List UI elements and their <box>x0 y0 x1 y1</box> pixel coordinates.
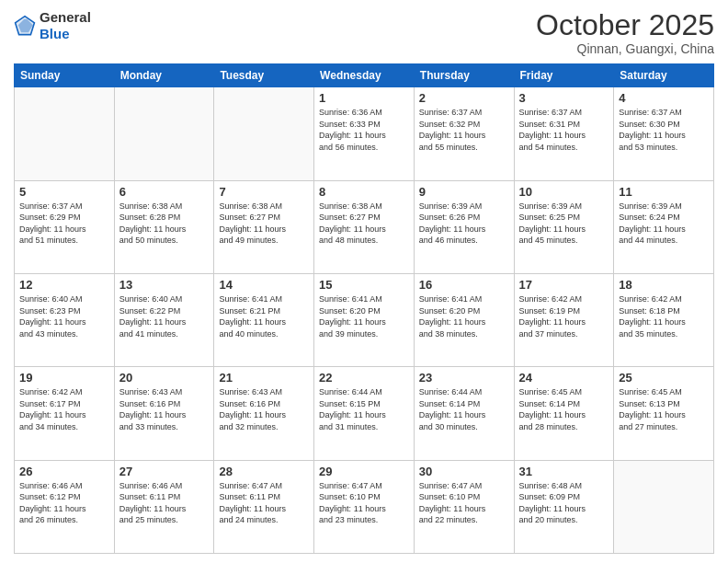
calendar-week-row: 1Sunrise: 6:36 AM Sunset: 6:33 PM Daylig… <box>15 87 714 180</box>
calendar-cell: 22Sunrise: 6:44 AM Sunset: 6:15 PM Dayli… <box>314 367 415 460</box>
calendar-cell <box>614 460 714 553</box>
weekday-header: Saturday <box>614 64 714 87</box>
calendar-cell: 19Sunrise: 6:42 AM Sunset: 6:17 PM Dayli… <box>15 367 115 460</box>
calendar-cell: 31Sunrise: 6:48 AM Sunset: 6:09 PM Dayli… <box>514 460 614 553</box>
calendar-cell: 3Sunrise: 6:37 AM Sunset: 6:31 PM Daylig… <box>514 87 614 180</box>
day-number: 27 <box>119 465 210 478</box>
day-number: 12 <box>19 278 109 292</box>
day-info: Sunrise: 6:44 AM Sunset: 6:14 PM Dayligh… <box>419 386 509 432</box>
day-info: Sunrise: 6:42 AM Sunset: 6:17 PM Dayligh… <box>19 386 109 432</box>
calendar-cell <box>114 87 214 180</box>
calendar-cell: 6Sunrise: 6:38 AM Sunset: 6:28 PM Daylig… <box>114 180 214 273</box>
page-subtitle: Qinnan, Guangxi, China <box>536 41 714 56</box>
calendar-cell: 5Sunrise: 6:37 AM Sunset: 6:29 PM Daylig… <box>15 180 115 273</box>
calendar-cell: 8Sunrise: 6:38 AM Sunset: 6:27 PM Daylig… <box>314 180 415 273</box>
calendar-cell: 7Sunrise: 6:38 AM Sunset: 6:27 PM Daylig… <box>214 180 314 273</box>
day-number: 4 <box>619 91 709 105</box>
weekday-header: Thursday <box>414 64 514 87</box>
day-number: 28 <box>219 465 309 478</box>
calendar-cell: 28Sunrise: 6:47 AM Sunset: 6:11 PM Dayli… <box>214 460 314 553</box>
calendar-cell: 30Sunrise: 6:47 AM Sunset: 6:10 PM Dayli… <box>414 460 514 553</box>
day-info: Sunrise: 6:38 AM Sunset: 6:27 PM Dayligh… <box>219 201 309 247</box>
day-info: Sunrise: 6:46 AM Sunset: 6:11 PM Dayligh… <box>119 480 210 526</box>
calendar-table: SundayMondayTuesdayWednesdayThursdayFrid… <box>14 63 714 554</box>
day-number: 3 <box>519 91 609 105</box>
calendar-week-row: 12Sunrise: 6:40 AM Sunset: 6:23 PM Dayli… <box>15 273 714 366</box>
day-number: 24 <box>519 371 609 385</box>
calendar-cell: 24Sunrise: 6:45 AM Sunset: 6:14 PM Dayli… <box>514 367 614 460</box>
day-number: 5 <box>19 185 109 199</box>
title-block: October 2025 Qinnan, Guangxi, China <box>536 9 714 56</box>
calendar-cell: 11Sunrise: 6:39 AM Sunset: 6:24 PM Dayli… <box>614 180 714 273</box>
calendar-cell: 17Sunrise: 6:42 AM Sunset: 6:19 PM Dayli… <box>514 273 614 366</box>
day-number: 15 <box>319 278 409 292</box>
calendar-cell: 16Sunrise: 6:41 AM Sunset: 6:20 PM Dayli… <box>414 273 514 366</box>
day-number: 19 <box>19 371 109 385</box>
day-number: 10 <box>519 185 609 199</box>
logo-icon <box>14 15 36 37</box>
day-info: Sunrise: 6:48 AM Sunset: 6:09 PM Dayligh… <box>519 480 609 526</box>
day-info: Sunrise: 6:46 AM Sunset: 6:12 PM Dayligh… <box>19 480 109 526</box>
calendar-week-row: 19Sunrise: 6:42 AM Sunset: 6:17 PM Dayli… <box>15 367 714 460</box>
calendar-cell: 18Sunrise: 6:42 AM Sunset: 6:18 PM Dayli… <box>614 273 714 366</box>
day-number: 9 <box>419 185 509 199</box>
weekday-header: Wednesday <box>314 64 415 87</box>
day-info: Sunrise: 6:39 AM Sunset: 6:26 PM Dayligh… <box>419 201 509 247</box>
day-info: Sunrise: 6:38 AM Sunset: 6:27 PM Dayligh… <box>319 201 409 247</box>
day-number: 18 <box>619 278 709 292</box>
day-number: 7 <box>219 185 309 199</box>
day-number: 30 <box>419 465 509 478</box>
weekday-header: Monday <box>114 64 214 87</box>
header: General Blue October 2025 Qinnan, Guangx… <box>14 9 714 56</box>
day-info: Sunrise: 6:45 AM Sunset: 6:14 PM Dayligh… <box>519 386 609 432</box>
calendar-cell: 4Sunrise: 6:37 AM Sunset: 6:30 PM Daylig… <box>614 87 714 180</box>
page-title: October 2025 <box>536 9 714 41</box>
day-number: 26 <box>19 465 109 478</box>
day-number: 31 <box>519 465 609 478</box>
calendar-cell: 15Sunrise: 6:41 AM Sunset: 6:20 PM Dayli… <box>314 273 415 366</box>
weekday-header: Sunday <box>15 64 115 87</box>
calendar-cell: 14Sunrise: 6:41 AM Sunset: 6:21 PM Dayli… <box>214 273 314 366</box>
day-number: 21 <box>219 371 309 385</box>
calendar-cell: 12Sunrise: 6:40 AM Sunset: 6:23 PM Dayli… <box>15 273 115 366</box>
day-number: 13 <box>119 278 210 292</box>
day-info: Sunrise: 6:37 AM Sunset: 6:30 PM Dayligh… <box>619 107 709 153</box>
day-number: 1 <box>319 91 409 105</box>
day-info: Sunrise: 6:40 AM Sunset: 6:23 PM Dayligh… <box>19 293 109 339</box>
day-info: Sunrise: 6:37 AM Sunset: 6:31 PM Dayligh… <box>519 107 609 153</box>
day-info: Sunrise: 6:41 AM Sunset: 6:20 PM Dayligh… <box>419 293 509 339</box>
day-info: Sunrise: 6:43 AM Sunset: 6:16 PM Dayligh… <box>119 386 210 432</box>
day-number: 14 <box>219 278 309 292</box>
calendar-cell: 1Sunrise: 6:36 AM Sunset: 6:33 PM Daylig… <box>314 87 415 180</box>
calendar-cell: 13Sunrise: 6:40 AM Sunset: 6:22 PM Dayli… <box>114 273 214 366</box>
day-info: Sunrise: 6:38 AM Sunset: 6:28 PM Dayligh… <box>119 201 210 247</box>
day-info: Sunrise: 6:45 AM Sunset: 6:13 PM Dayligh… <box>619 386 709 432</box>
day-info: Sunrise: 6:47 AM Sunset: 6:10 PM Dayligh… <box>319 480 409 526</box>
day-number: 2 <box>419 91 509 105</box>
day-info: Sunrise: 6:44 AM Sunset: 6:15 PM Dayligh… <box>319 386 409 432</box>
calendar-cell: 10Sunrise: 6:39 AM Sunset: 6:25 PM Dayli… <box>514 180 614 273</box>
day-number: 25 <box>619 371 709 385</box>
day-number: 17 <box>519 278 609 292</box>
calendar-cell: 9Sunrise: 6:39 AM Sunset: 6:26 PM Daylig… <box>414 180 514 273</box>
weekday-header: Tuesday <box>214 64 314 87</box>
day-info: Sunrise: 6:47 AM Sunset: 6:11 PM Dayligh… <box>219 480 309 526</box>
calendar-week-row: 5Sunrise: 6:37 AM Sunset: 6:29 PM Daylig… <box>15 180 714 273</box>
calendar-cell: 23Sunrise: 6:44 AM Sunset: 6:14 PM Dayli… <box>414 367 514 460</box>
calendar-cell: 25Sunrise: 6:45 AM Sunset: 6:13 PM Dayli… <box>614 367 714 460</box>
logo-general: General <box>40 9 91 26</box>
day-info: Sunrise: 6:42 AM Sunset: 6:19 PM Dayligh… <box>519 293 609 339</box>
logo-blue: Blue <box>40 26 91 42</box>
calendar-cell: 29Sunrise: 6:47 AM Sunset: 6:10 PM Dayli… <box>314 460 415 553</box>
day-number: 11 <box>619 185 709 199</box>
weekday-header: Friday <box>514 64 614 87</box>
day-number: 29 <box>319 465 409 478</box>
day-number: 6 <box>119 185 210 199</box>
calendar-cell: 26Sunrise: 6:46 AM Sunset: 6:12 PM Dayli… <box>15 460 115 553</box>
day-number: 16 <box>419 278 509 292</box>
day-info: Sunrise: 6:37 AM Sunset: 6:32 PM Dayligh… <box>419 107 509 153</box>
day-number: 8 <box>319 185 409 199</box>
day-info: Sunrise: 6:43 AM Sunset: 6:16 PM Dayligh… <box>219 386 309 432</box>
day-info: Sunrise: 6:39 AM Sunset: 6:25 PM Dayligh… <box>519 201 609 247</box>
calendar-header-row: SundayMondayTuesdayWednesdayThursdayFrid… <box>15 64 714 87</box>
